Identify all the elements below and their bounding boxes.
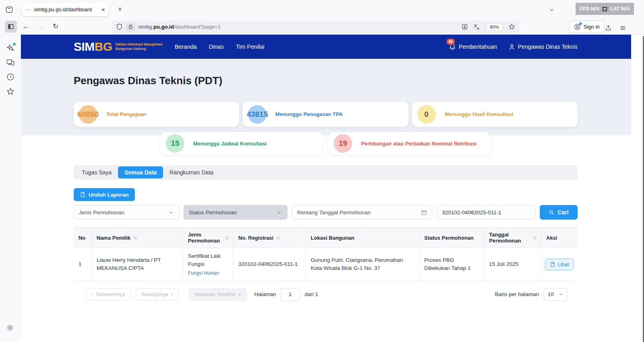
hamburger-menu-icon[interactable]: [617, 22, 629, 34]
date-range-input[interactable]: Rentang Tanggal Permohonan: [292, 205, 432, 220]
jenis-permohonan-select[interactable]: Jenis Permohonan: [74, 205, 179, 220]
date-range-placeholder: Rentang Tanggal Permohonan: [297, 209, 371, 216]
cell-tanggal-permohonan: 15 Juli 2025: [484, 248, 541, 281]
last-page-button[interactable]: Halaman Terakhir»: [189, 288, 247, 301]
svg-text:A: A: [477, 26, 479, 30]
user-menu[interactable]: Pengawas Dinas Teknis: [508, 44, 578, 50]
hud-lat-value: LAT N/A: [610, 6, 630, 12]
url-path: /dashboard?page=1: [174, 24, 221, 30]
rows-per-page-value: 10: [548, 291, 554, 297]
settings-gear-icon[interactable]: [6, 324, 15, 333]
logo-bg: BG: [95, 40, 112, 53]
status-permohonan-select[interactable]: Status Permohonan: [184, 205, 287, 220]
save-to-device-icon[interactable]: [461, 23, 468, 30]
rows-per-page-select[interactable]: 10: [544, 288, 568, 301]
next-page-button[interactable]: Selanjutnya›: [136, 288, 179, 301]
cell-lokasi-bangunan: Gunung Putri, Ciangsana, Perumahan Kota …: [306, 248, 419, 281]
search-icon: [549, 209, 554, 215]
chevron-down-icon: [168, 209, 174, 216]
synced-tabs-icon[interactable]: [6, 58, 15, 67]
logo-tagline: Sistem Informasi Manajemen Bangunan Gedu…: [116, 42, 163, 51]
site-navbar: SIMBG Sistem Informasi Manajemen Banguna…: [21, 35, 631, 59]
firefox-sidebar: [0, 35, 21, 342]
previous-page-button[interactable]: ‹Sebelumnya: [86, 288, 131, 301]
firefox-view-icon[interactable]: [3, 4, 15, 16]
tab-favicon-icon: —: [26, 7, 31, 12]
pagination: ‹Sebelumnya Selanjutnya› Halaman Terakhi…: [74, 288, 578, 301]
stat-card-menunggu-jadwal-konsultasi: 15 Menunggu Jadwal Konsultasi: [161, 132, 323, 155]
stat-card-perhitungan-retribusi: 19 Perhitungan atau Perbaikan Nominal Re…: [328, 132, 491, 155]
sidebar-toggle-icon[interactable]: [5, 21, 17, 33]
lock-icon[interactable]: [126, 23, 135, 31]
user-name: Pengawas Dinas Teknis: [518, 44, 578, 50]
cell-nama-pemilik: Liauw Herry Hendarta / PT MEKANUSA CIPTA: [92, 248, 183, 281]
search-input[interactable]: [437, 205, 535, 220]
sign-in-button[interactable]: Sign in: [569, 21, 605, 33]
cell-status-permohonan: Proses PBG Dibekukan Tahap 1: [419, 248, 484, 281]
nav-link-tim-penilai[interactable]: Tim Penilai: [236, 44, 264, 50]
notifications-label: Pemberitahuan: [459, 44, 497, 50]
bell-icon: 48: [449, 43, 456, 50]
view-button[interactable]: Lihat: [545, 259, 574, 270]
zoom-level-badge[interactable]: 80%: [486, 23, 503, 31]
header-nama-pemilik: Nama Pemilik↑↓: [92, 228, 183, 248]
tab-tugas-saya[interactable]: Tugas Saya: [75, 166, 118, 178]
tab-rangkuman-data[interactable]: Rangkuman Data: [163, 166, 220, 178]
jenis-text: Sertifikat Laik Fungsi: [188, 252, 228, 269]
cell-no-registrasi: 320102-04062025-011-1: [233, 248, 306, 281]
ai-chat-icon[interactable]: [6, 44, 15, 52]
fungsi-hunian-link[interactable]: Fungsi Hunian: [188, 269, 228, 277]
chevron-right-icon: ›: [171, 291, 173, 297]
stat-value: 19: [339, 139, 347, 148]
share-icon[interactable]: [602, 22, 614, 34]
bookmark-star-icon[interactable]: [508, 23, 515, 30]
stat-label: Menunggu Hasil Konsultasi: [445, 111, 513, 117]
translate-icon[interactable]: A: [473, 23, 481, 31]
notification-badge: 48: [446, 39, 455, 45]
sort-icon[interactable]: ↑↓: [225, 235, 228, 240]
data-tabs: Tugas Saya Semua Data Rangkuman Data: [74, 165, 578, 180]
page-title: Pengawas Dinas Teknis (PDT): [74, 74, 578, 87]
content-section: 15 Menunggu Jadwal Konsultasi 19 Perhitu…: [21, 132, 631, 301]
stat-card-menunggu-penugasan-tpa: 43815 Menunggu Penugasan TPA: [243, 102, 408, 127]
sort-icon[interactable]: ↑↓: [533, 235, 536, 240]
nav-link-dinas[interactable]: Dinas: [209, 44, 224, 50]
notifications-button[interactable]: 48 Pemberitahuan: [449, 43, 497, 50]
url-bar[interactable]: simbg.pu.go.id/dashboard?page=1 A 80%: [112, 21, 519, 33]
reload-icon[interactable]: ↻: [50, 21, 62, 33]
simbg-logo[interactable]: SIMBG Sistem Informasi Manajemen Banguna…: [74, 40, 163, 54]
nav-links: Beranda Dinas Tim Penilai: [175, 44, 264, 50]
nav-link-beranda[interactable]: Beranda: [175, 44, 197, 50]
chevron-down-icon: [558, 292, 564, 297]
calendar-icon: [421, 209, 427, 216]
tagline-line2: Bangunan Gedung: [116, 47, 163, 51]
tab-semua-data[interactable]: Semua Data: [118, 166, 163, 178]
back-icon[interactable]: ←: [20, 21, 32, 33]
stat-value: 43815: [247, 110, 268, 119]
browser-tab[interactable]: — simbg.pu.go.id/dashboard ×: [22, 3, 109, 16]
cell-jenis-permohonan: Sertifikat Laik Fungsi Fungsi Hunian: [183, 248, 233, 281]
new-tab-button[interactable]: +: [114, 3, 126, 15]
person-icon: [508, 44, 515, 50]
bookmarks-star-icon[interactable]: [6, 87, 15, 96]
sort-icon[interactable]: ↑↓: [276, 235, 279, 240]
stat-card-total-pengajuan: 60850 Total Pengajuan: [74, 102, 239, 127]
page-number-input[interactable]: [281, 288, 300, 301]
url-text[interactable]: simbg.pu.go.id/dashboard?page=1: [138, 24, 458, 30]
sort-icon[interactable]: ↑↓: [133, 235, 136, 240]
chevron-left-icon: ‹: [91, 291, 93, 297]
page-of-label: dari 1: [305, 291, 318, 297]
forward-icon[interactable]: →: [35, 21, 47, 33]
stat-label: Perhitungan atau Perbaikan Nominal Retri…: [361, 141, 477, 147]
tab-list-chevron-icon[interactable]: [545, 4, 557, 16]
download-report-button[interactable]: Unduh Laporan: [74, 188, 135, 201]
avatar: [574, 23, 581, 30]
tab-close-icon[interactable]: ×: [101, 6, 105, 13]
header-aksi: Aksi: [541, 228, 578, 248]
history-clock-icon[interactable]: [6, 73, 15, 81]
search-button[interactable]: Cari: [540, 205, 578, 220]
browser-tab-strip: — simbg.pu.go.id/dashboard × + FPS N/A L…: [0, 0, 644, 19]
hud-cube-icon: [603, 7, 607, 11]
document-icon: [550, 262, 555, 267]
shield-icon[interactable]: [116, 23, 123, 30]
